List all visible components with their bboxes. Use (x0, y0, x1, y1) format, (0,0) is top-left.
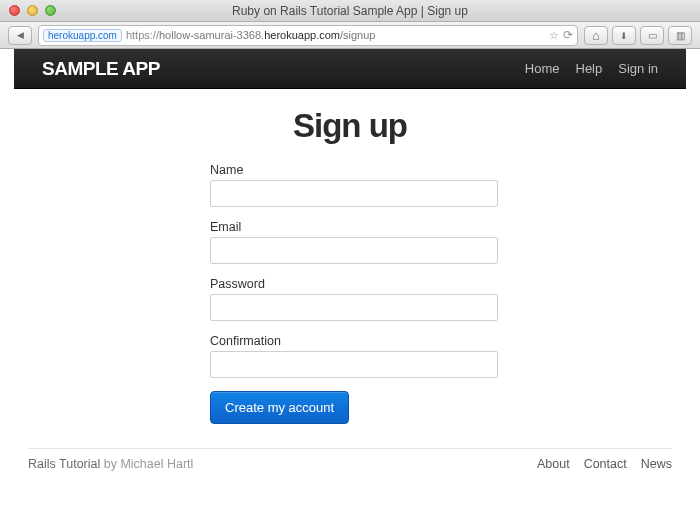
home-button[interactable] (584, 26, 608, 45)
email-input[interactable] (210, 237, 498, 264)
footer: Rails Tutorial by Michael Hartl About Co… (28, 448, 672, 471)
footer-links: About Contact News (537, 457, 672, 471)
nav-home-link[interactable]: Home (525, 61, 560, 76)
tabs-icon (676, 30, 685, 41)
footer-by: by (100, 457, 120, 471)
footer-about-link[interactable]: About (537, 457, 570, 471)
downloads-button[interactable] (612, 26, 636, 45)
app-navbar: Sample App Home Help Sign in (14, 49, 686, 89)
download-icon (620, 30, 628, 41)
site-identity-badge[interactable]: herokuapp.com (43, 29, 122, 42)
nav-signin-link[interactable]: Sign in (618, 61, 658, 76)
bookmark-icon[interactable] (549, 29, 559, 42)
footer-title[interactable]: Rails Tutorial (28, 457, 100, 471)
footer-author[interactable]: Michael Hartl (120, 457, 193, 471)
name-label: Name (210, 163, 498, 177)
viewport: Sample App Home Help Sign in Sign up Nam… (0, 49, 700, 529)
window-title: Ruby on Rails Tutorial Sample App | Sign… (0, 4, 700, 18)
reader-button[interactable] (640, 26, 664, 45)
password-input[interactable] (210, 294, 498, 321)
home-icon (592, 28, 600, 43)
brand-logo[interactable]: Sample App (42, 58, 160, 80)
page-heading: Sign up (0, 107, 700, 145)
window-titlebar: Ruby on Rails Tutorial Sample App | Sign… (0, 0, 700, 22)
page-icon (648, 30, 657, 41)
confirmation-input[interactable] (210, 351, 498, 378)
create-account-button[interactable]: Create my account (210, 391, 349, 424)
traffic-lights (0, 5, 56, 16)
url-path: /signup (340, 29, 375, 41)
name-input[interactable] (210, 180, 498, 207)
reload-icon[interactable] (563, 28, 573, 42)
close-window-icon[interactable] (9, 5, 20, 16)
footer-credit: Rails Tutorial by Michael Hartl (28, 457, 193, 471)
url-host: herokuapp.com (264, 29, 340, 41)
nav-help-link[interactable]: Help (576, 61, 603, 76)
nav-links: Home Help Sign in (525, 61, 658, 76)
url-scheme: https:// (126, 29, 159, 41)
footer-news-link[interactable]: News (641, 457, 672, 471)
page-content: Sign up Name Email Password Confirmation… (0, 89, 700, 424)
footer-contact-link[interactable]: Contact (584, 457, 627, 471)
address-bar[interactable]: herokuapp.com https:// hollow-samurai-33… (38, 25, 578, 46)
zoom-window-icon[interactable] (45, 5, 56, 16)
tabs-button[interactable] (668, 26, 692, 45)
minimize-window-icon[interactable] (27, 5, 38, 16)
confirmation-label: Confirmation (210, 334, 498, 348)
back-button[interactable] (8, 26, 32, 45)
signup-form: Name Email Password Confirmation Create … (210, 163, 498, 424)
email-label: Email (210, 220, 498, 234)
url-subdomain: hollow-samurai-3368. (159, 29, 264, 41)
browser-toolbar: herokuapp.com https:// hollow-samurai-33… (0, 22, 700, 49)
password-label: Password (210, 277, 498, 291)
